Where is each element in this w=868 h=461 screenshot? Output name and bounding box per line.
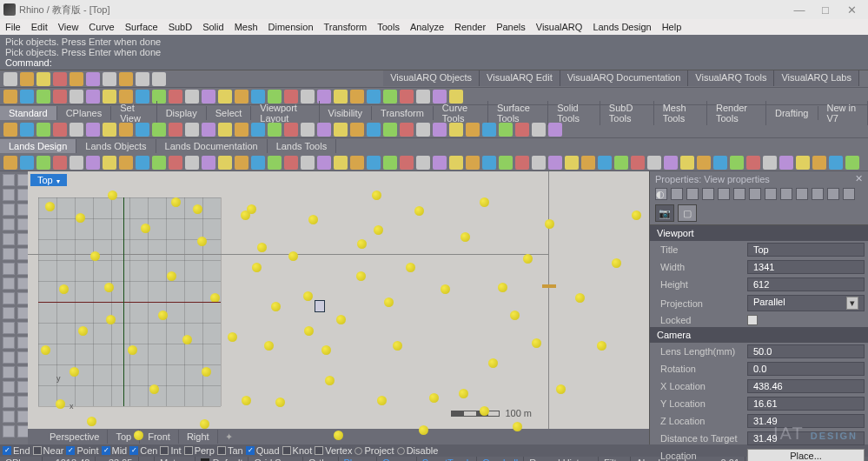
tree-object[interactable]	[252, 263, 262, 272]
toolbar-icon[interactable]	[713, 156, 727, 170]
tree-object[interactable]	[90, 251, 100, 261]
left-toolbar[interactable]	[0, 171, 28, 444]
tree-object[interactable]	[304, 326, 314, 336]
toolbar-icon[interactable]	[86, 123, 100, 137]
toolgroup-tab[interactable]: SubD Tools	[600, 101, 654, 125]
menu-solid[interactable]: Solid	[202, 22, 223, 32]
tree-object[interactable]	[193, 204, 202, 214]
toolbar-icon[interactable]	[664, 156, 678, 170]
toolgroup-tab[interactable]: Curve Tools	[434, 101, 488, 125]
toolbar-icon[interactable]	[103, 156, 116, 170]
toolbar-icon[interactable]	[548, 156, 562, 170]
toolbar-icon[interactable]	[185, 90, 199, 104]
panel-tab-icon[interactable]	[843, 188, 855, 200]
menu-tools[interactable]: Tools	[377, 22, 400, 32]
material-tab-icon[interactable]: ▢	[678, 204, 697, 222]
toolbar-icon[interactable]	[169, 156, 182, 170]
menu-file[interactable]: File	[5, 22, 21, 32]
toolbar-icon[interactable]	[235, 90, 248, 104]
side-tool-icon[interactable]	[3, 277, 15, 290]
status-toggle-gumball[interactable]: Gumball	[477, 457, 524, 461]
va-tab[interactable]: VisualARQ Objects	[383, 70, 480, 86]
va-tab[interactable]: VisualARQ Labs	[774, 70, 859, 86]
tree-object[interactable]	[87, 417, 96, 426]
panel-tab-icon[interactable]	[780, 188, 792, 200]
toolbar-row-1[interactable]: VisualARQ ObjectsVisualARQ EditVisualARQ…	[0, 70, 868, 88]
toolbar-icon[interactable]	[284, 123, 298, 137]
status-toggle-ortho[interactable]: Ortho	[303, 457, 339, 461]
toolbar-icon[interactable]	[829, 156, 843, 170]
toolbar-icon[interactable]	[466, 123, 480, 137]
status-z[interactable]: z	[139, 457, 156, 461]
status-cplane[interactable]: CPlane	[0, 457, 43, 461]
property-value[interactable]: 50.0	[747, 344, 865, 358]
tree-object[interactable]	[158, 311, 168, 320]
menu-dimension[interactable]: Dimension	[268, 22, 314, 32]
side-tool-icon[interactable]	[3, 218, 15, 230]
toolbar-icon[interactable]	[3, 90, 17, 104]
toolbar-icon[interactable]	[284, 156, 298, 170]
tree-object[interactable]	[70, 367, 79, 377]
tree-object[interactable]	[59, 284, 69, 294]
toolbar-icon[interactable]	[185, 156, 199, 170]
place-button[interactable]: Place...	[747, 449, 865, 461]
toolbar-icon[interactable]	[86, 90, 100, 104]
toolbar-icon[interactable]	[746, 156, 760, 170]
tree-object[interactable]	[45, 202, 55, 211]
status-toggle-smarttrack[interactable]: SmartTrack	[417, 457, 477, 461]
tree-object[interactable]	[374, 225, 383, 235]
side-tool-icon[interactable]	[3, 204, 15, 216]
property-value[interactable]: 612	[747, 277, 865, 291]
tree-object[interactable]	[303, 291, 313, 301]
menu-panels[interactable]: Panels	[496, 22, 526, 32]
tree-object[interactable]	[334, 431, 343, 440]
viewport-top[interactable]: Top▾ x y 100 m PerspectiveTopFrontRight✦	[28, 171, 649, 444]
side-tool-icon[interactable]	[3, 322, 15, 334]
toolbar-icon[interactable]	[218, 123, 232, 137]
toolbar-icon[interactable]	[383, 156, 397, 170]
toolbar-icon[interactable]	[334, 123, 348, 137]
tree-object[interactable]	[149, 384, 159, 394]
osnap-point[interactable]: Point	[66, 445, 98, 456]
toolgroup-tab[interactable]: Set View	[111, 101, 156, 125]
osnap-knot[interactable]: Knot	[282, 445, 313, 456]
toolbar-icon[interactable]	[3, 156, 17, 170]
tree-object[interactable]	[167, 271, 176, 281]
menu-visualarq[interactable]: VisualARQ	[536, 22, 583, 32]
tree-object[interactable]	[384, 297, 394, 307]
toolbar-icon[interactable]	[119, 156, 133, 170]
osnap-end[interactable]: End	[3, 445, 30, 456]
tree-object[interactable]	[510, 311, 520, 320]
toolbar-icon[interactable]	[251, 156, 265, 170]
status-units[interactable]: Meters	[155, 457, 195, 461]
viewport-split-v[interactable]	[548, 171, 549, 444]
toolbar-icon[interactable]	[433, 156, 447, 170]
status-y[interactable]: y 33.95	[96, 457, 138, 461]
tree-object[interactable]	[597, 341, 606, 351]
toolgroup-tabs-2[interactable]: Lands DesignLands ObjectsLands Documenta…	[0, 138, 868, 154]
toolbar-icon[interactable]	[53, 90, 67, 104]
toolbar-icon[interactable]	[730, 156, 744, 170]
osnap-vertex[interactable]: Vertex	[315, 445, 352, 456]
osnap-cen[interactable]: Cen	[129, 445, 157, 456]
tree-object[interactable]	[247, 204, 256, 214]
locked-checkbox[interactable]	[747, 315, 758, 325]
command-prompt[interactable]: Command:	[5, 57, 863, 68]
toolgroup-tab[interactable]: Render Tools	[707, 101, 766, 125]
view-tab-front[interactable]: Front	[140, 430, 179, 444]
toolbar-icon[interactable]	[235, 123, 248, 137]
tree-object[interactable]	[264, 341, 274, 351]
panel-tab-icons[interactable]: ◐	[650, 186, 868, 202]
toolgroup-tab[interactable]: Viewport Layout	[251, 101, 319, 125]
tree-object[interactable]	[419, 425, 428, 435]
toolbar-icon[interactable]	[779, 156, 793, 170]
tree-object[interactable]	[532, 338, 541, 348]
lands-tab[interactable]: Lands Objects	[76, 139, 156, 153]
property-value[interactable]: 438.46	[747, 379, 865, 393]
menu-render[interactable]: Render	[454, 22, 486, 32]
toolbar-icon[interactable]	[845, 156, 859, 170]
toolbar-icon[interactable]	[466, 156, 480, 170]
tree-object[interactable]	[461, 232, 470, 242]
va-tab[interactable]: VisualARQ Documentation	[560, 70, 689, 86]
side-tool-icon[interactable]	[3, 174, 15, 186]
